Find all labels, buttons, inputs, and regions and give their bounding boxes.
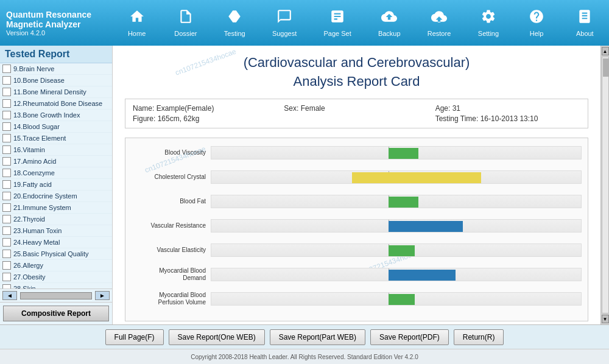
home-icon xyxy=(129,9,145,28)
nav-restore[interactable]: Restore xyxy=(421,5,457,40)
item-label-24: 24.Heavy Metal xyxy=(13,239,60,246)
nav-suggest[interactable]: Suggest xyxy=(266,5,303,40)
report-title-line1: (Cardiovascular and Cerebrovascular) xyxy=(125,55,588,71)
item-checkbox-20[interactable] xyxy=(2,192,11,200)
top-bar: Quantum ResonanceMagnetic Analyzer Versi… xyxy=(0,0,609,46)
report-area: cn107215434hocae cn107215434hocae cn1072… xyxy=(113,46,600,324)
chart-bar-4 xyxy=(389,245,414,256)
item-label-20: 20.Endocrine System xyxy=(13,192,77,200)
patient-name: Name: Example(Female) xyxy=(133,104,278,113)
item-checkbox-23[interactable] xyxy=(2,226,11,235)
nav-home[interactable]: Home xyxy=(120,5,153,40)
nav-about[interactable]: About xyxy=(568,5,602,40)
chart-row-6: Myocardial Blood Perfusion Volume xyxy=(132,290,582,307)
item-checkbox-16[interactable] xyxy=(2,145,11,154)
item-checkbox-13[interactable] xyxy=(2,111,11,119)
item-label-12: 12.Rheumatoid Bone Disease xyxy=(13,100,102,107)
report-title-line2: Analysis Report Card xyxy=(125,74,588,89)
sidebar-item-20[interactable]: 20.Endocrine System xyxy=(0,191,112,202)
item-label-25: 25.Basic Physical Quality xyxy=(13,250,89,257)
item-checkbox-11[interactable] xyxy=(2,88,11,96)
item-checkbox-18[interactable] xyxy=(2,169,11,177)
sidebar-item-17[interactable]: 17.Amino Acid xyxy=(0,156,112,167)
item-checkbox-10[interactable] xyxy=(2,76,11,85)
footer: Copyright 2008-2018 Health Leader. All R… xyxy=(0,349,609,364)
right-scrollbar[interactable]: ▲ ▼ xyxy=(600,46,609,324)
item-label-26: 26.Allergy xyxy=(13,262,43,269)
chart-bar-area-2 xyxy=(211,195,582,208)
item-checkbox-27[interactable] xyxy=(2,273,11,281)
sidebar-item-12[interactable]: 12.Rheumatoid Bone Disease xyxy=(0,98,112,110)
sidebar-item-28[interactable]: 28.Skin xyxy=(0,283,112,289)
item-checkbox-21[interactable] xyxy=(2,203,11,212)
item-checkbox-24[interactable] xyxy=(2,238,11,247)
scroll-left-btn[interactable]: ◄ xyxy=(2,291,17,300)
toolbar-btn-full_page[interactable]: Full Page(F) xyxy=(105,329,164,345)
scroll-thumb[interactable] xyxy=(603,58,609,77)
chart-bar-area-3 xyxy=(211,219,582,233)
item-checkbox-19[interactable] xyxy=(2,180,11,189)
chart-bar-2 xyxy=(389,197,418,208)
nav-dossier[interactable]: Dossier xyxy=(168,5,203,40)
item-checkbox-22[interactable] xyxy=(2,215,11,223)
item-checkbox-17[interactable] xyxy=(2,157,11,166)
item-checkbox-9[interactable] xyxy=(2,65,11,73)
item-checkbox-14[interactable] xyxy=(2,122,11,131)
sidebar-item-23[interactable]: 23.Human Toxin xyxy=(0,225,112,237)
nav-testing[interactable]: Testing xyxy=(218,5,252,40)
chart-bar-area-1 xyxy=(211,170,582,184)
nav-backup[interactable]: Backup xyxy=(372,5,407,40)
sidebar-item-22[interactable]: 22.Thyroid xyxy=(0,214,112,225)
patient-info: Name: Example(Female) Sex: Female Age: 3… xyxy=(125,99,588,128)
sidebar-item-10[interactable]: 10.Bone Disease xyxy=(0,75,112,86)
chart-row-1: Cholesterol Crystal xyxy=(132,169,582,186)
nav-bar: Home Dossier Testing Suggest xyxy=(113,0,609,46)
sidebar-item-16[interactable]: 16.Vitamin xyxy=(0,144,112,156)
item-checkbox-15[interactable] xyxy=(2,134,11,142)
item-label-15: 15.Trace Element xyxy=(13,135,66,142)
app-title: Quantum ResonanceMagnetic Analyzer Versi… xyxy=(0,10,113,37)
toolbar-btn-save_part_web[interactable]: Save Report(Part WEB) xyxy=(270,329,365,345)
patient-sex: Sex: Female xyxy=(284,104,429,113)
sidebar-item-9[interactable]: 9.Brain Nerve xyxy=(0,63,112,75)
footer-text: Copyright 2008-2018 Health Leader. All R… xyxy=(191,354,418,360)
toolbar-btn-save_one_web[interactable]: Save Report(One WEB) xyxy=(169,329,265,345)
chart-label-4: Vascular Elasticity xyxy=(132,247,211,254)
composite-report-btn[interactable]: Compositive Report xyxy=(3,306,109,321)
item-label-9: 9.Brain Nerve xyxy=(13,65,54,72)
sidebar-item-25[interactable]: 25.Basic Physical Quality xyxy=(0,248,112,260)
scroll-up-btn[interactable]: ▲ xyxy=(602,47,609,55)
nav-help[interactable]: Help xyxy=(520,5,554,40)
item-checkbox-28[interactable] xyxy=(2,284,11,289)
sidebar-item-19[interactable]: 19.Fatty acid xyxy=(0,179,112,191)
sidebar-item-18[interactable]: 18.Coenzyme xyxy=(0,167,112,179)
scroll-down-btn[interactable]: ▼ xyxy=(602,315,609,323)
sidebar-item-15[interactable]: 15.Trace Element xyxy=(0,133,112,144)
sidebar-list[interactable]: 9.Brain Nerve10.Bone Disease11.Bone Mine… xyxy=(0,63,112,289)
item-checkbox-12[interactable] xyxy=(2,99,11,108)
chart-row-3: Vascular Resistance xyxy=(132,217,582,234)
scroll-right-btn[interactable]: ► xyxy=(95,291,110,300)
toolbar-btn-return[interactable]: Return(R) xyxy=(454,329,504,345)
sidebar-item-27[interactable]: 27.Obesity xyxy=(0,271,112,283)
item-label-11: 11.Bone Mineral Density xyxy=(13,88,86,96)
sidebar-item-14[interactable]: 14.Blood Sugar xyxy=(0,121,112,133)
sidebar-item-26[interactable]: 26.Allergy xyxy=(0,260,112,271)
sidebar-item-21[interactable]: 21.Immune System xyxy=(0,202,112,214)
scroll-track xyxy=(20,292,92,299)
chart-bar-area-6 xyxy=(211,292,582,306)
chart-bar-3 xyxy=(389,221,462,232)
sidebar-item-24[interactable]: 24.Heavy Metal xyxy=(0,237,112,248)
item-checkbox-25[interactable] xyxy=(2,250,11,258)
chart-bar-5 xyxy=(389,270,455,281)
dossier-icon xyxy=(178,9,194,28)
patient-testing-time: Testing Time: 16-10-2013 13:10 xyxy=(435,114,580,123)
toolbar-btn-save_pdf[interactable]: Save Report(PDF) xyxy=(370,329,449,345)
chart-bar-area-5 xyxy=(211,268,582,281)
sidebar-item-11[interactable]: 11.Bone Mineral Density xyxy=(0,86,112,98)
chart-row-2: Blood Fat xyxy=(132,193,582,210)
sidebar-item-13[interactable]: 13.Bone Growth Index xyxy=(0,110,112,121)
item-checkbox-26[interactable] xyxy=(2,261,11,270)
nav-setting[interactable]: Setting xyxy=(471,5,505,40)
nav-pageset[interactable]: Page Set xyxy=(317,5,357,40)
